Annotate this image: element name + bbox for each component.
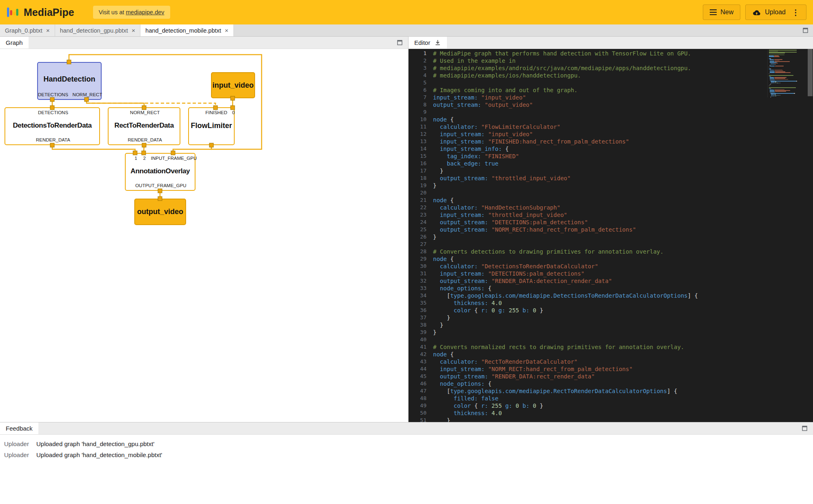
close-tab-icon[interactable]: ×	[132, 27, 136, 33]
code-line[interactable]: 49 color { r: 255 g: 0 b: 0 }	[409, 402, 762, 409]
code-line[interactable]: 4# mediapipie/examples/ios/handdetection…	[409, 72, 762, 79]
expand-graph-icon[interactable]	[397, 40, 402, 45]
node-title: input_video	[212, 81, 253, 90]
code-line[interactable]: 34 [type.googleapis.com/mediapipe.Detect…	[409, 292, 762, 299]
code-line[interactable]: 20	[409, 189, 762, 197]
code-line[interactable]: 16 back_edge: true	[409, 160, 762, 167]
graph-node-annotation-overlay[interactable]: 1 2 INPUT_FRAME_GPU AnnotationOverlay OU…	[125, 153, 195, 191]
code-editor[interactable]: 1# MediaPipe graph that performs hand de…	[409, 49, 813, 422]
code-line[interactable]: 1# MediaPipe graph that performs hand de…	[409, 50, 762, 57]
expand-feedback-icon[interactable]	[802, 426, 807, 431]
code-line[interactable]: 15 tag_index: "FINISHED"	[409, 153, 762, 160]
code-line[interactable]: 29node {	[409, 255, 762, 263]
tab-graph-0[interactable]: Graph_0.pbtxt ×	[0, 24, 55, 36]
graph-panel-header: Graph	[0, 37, 408, 49]
code-line[interactable]: 37 }	[409, 314, 762, 321]
port-label: DETECTIONS	[38, 92, 68, 97]
code-line[interactable]: 11 calculator: "FlowLimiterCalculator"	[409, 123, 762, 130]
graph-node-input-video[interactable]: input_video	[211, 72, 255, 98]
code-line[interactable]: 45 output_stream: "RENDER_DATA:rect_rend…	[409, 373, 762, 380]
graph-ports	[0, 49, 408, 422]
port-label: 2	[143, 156, 146, 161]
node-title: FlowLimiter	[189, 122, 234, 130]
graph-node-flowlimiter[interactable]: FINISHED 0 FlowLimiter	[188, 107, 235, 145]
tab-label: hand_detection_mobile.pbtxt	[145, 27, 221, 34]
graph-node-detections-to-render-data[interactable]: DETECTIONS DetectionsToRenderData RENDER…	[4, 107, 100, 145]
code-line[interactable]: 44 input_stream: "NORM_RECT:hand_rect_fr…	[409, 365, 762, 373]
code-line[interactable]: 14 input_stream_info: {	[409, 145, 762, 153]
code-line[interactable]: 9	[409, 108, 762, 116]
code-line[interactable]: 39}	[409, 329, 762, 336]
code-line[interactable]: 21node {	[409, 197, 762, 204]
port-label: FINISHED	[205, 110, 227, 115]
code-line[interactable]: 26}	[409, 233, 762, 241]
code-line[interactable]: 48 filled: false	[409, 395, 762, 402]
maximize-editor-icon[interactable]	[803, 28, 808, 33]
code-line[interactable]: 47 [type.googleapis.com/mediapipe.RectTo…	[409, 387, 762, 395]
code-line[interactable]: 38 }	[409, 321, 762, 329]
graph-panel: Graph	[0, 37, 408, 422]
code-line[interactable]: 43 calculator: "RectToRenderDataCalculat…	[409, 358, 762, 365]
code-line[interactable]: 50 thickness: 4.0	[409, 409, 762, 417]
node-title: output_video	[137, 208, 183, 216]
code-line[interactable]: 24 output_stream: "DETECTIONS:palm_detec…	[409, 219, 762, 226]
code-line[interactable]: 19}	[409, 182, 762, 189]
port-label: RENDER_DATA	[36, 137, 70, 142]
graph-node-handdetection[interactable]: HandDetection DETECTIONS NORM_RECT	[37, 62, 102, 100]
graph-canvas[interactable]: HandDetection DETECTIONS NORM_RECT input…	[0, 49, 408, 422]
close-tab-icon[interactable]: ×	[46, 27, 50, 33]
code-line[interactable]: 5	[409, 79, 762, 86]
code-line[interactable]: 10node {	[409, 116, 762, 123]
code-line[interactable]: 25 output_stream: "NORM_RECT:hand_rect_f…	[409, 226, 762, 233]
visit-chip: Visit us at mediapipe.dev	[93, 6, 170, 19]
tab-graph-panel[interactable]: Graph	[0, 37, 29, 49]
editor-scrollbar[interactable]	[807, 49, 813, 422]
code-line[interactable]: 36 color { r: 0 g: 255 b: 0 }	[409, 307, 762, 314]
mediapipe-dev-link[interactable]: mediapipe.dev	[126, 9, 164, 15]
upload-button[interactable]: Upload ⋮	[745, 4, 806, 20]
code-line[interactable]: 7input_stream: "input_video"	[409, 94, 762, 101]
code-line[interactable]: 2# Used in the example in	[409, 57, 762, 64]
code-line[interactable]: 27	[409, 241, 762, 248]
code-line[interactable]: 30 calculator: "DetectionsToRenderDataCa…	[409, 263, 762, 270]
editor-minimap[interactable]	[767, 50, 807, 97]
close-tab-icon[interactable]: ×	[225, 27, 229, 33]
port-label: 1	[135, 156, 137, 161]
tab-hand-detection-mobile[interactable]: hand_detection_mobile.pbtxt ×	[140, 24, 233, 36]
code-line[interactable]: 17 }	[409, 167, 762, 175]
scrollbar-thumb[interactable]	[808, 49, 813, 96]
feedback-panel-header: Feedback	[0, 422, 813, 435]
code-line[interactable]: 8output_stream: "output_video"	[409, 101, 762, 108]
editor-panel-title: Editor	[414, 39, 430, 46]
code-line[interactable]: 13 input_stream: "FINISHED:hand_rect_fro…	[409, 138, 762, 145]
code-line[interactable]: 18 output_stream: "throttled_input_video…	[409, 175, 762, 182]
code-line[interactable]: 40	[409, 336, 762, 343]
code-line[interactable]: 23 input_stream: "throttled_input_video"	[409, 211, 762, 219]
code-line[interactable]: 32 output_stream: "RENDER_DATA:detection…	[409, 277, 762, 285]
code-line[interactable]: 51 }	[409, 417, 762, 422]
code-line[interactable]: 28# Converts detections to drawing primi…	[409, 248, 762, 255]
log-source: Uploader	[4, 451, 36, 458]
code-line[interactable]: 35 thickness: 4.0	[409, 299, 762, 307]
graph-panel-title: Graph	[6, 39, 23, 46]
tab-editor-panel[interactable]: Editor	[409, 37, 447, 49]
new-button-label: New	[720, 9, 733, 16]
graph-node-output-video[interactable]: output_video	[134, 199, 186, 225]
tab-hand-detection-gpu[interactable]: hand_detection_gpu.pbtxt ×	[55, 24, 141, 36]
code-line[interactable]: 31 input_stream: "DETECTIONS:palm_detect…	[409, 270, 762, 277]
download-icon[interactable]	[434, 39, 441, 46]
code-line[interactable]: 22 calculator: "HandDetectionSubgraph"	[409, 204, 762, 211]
code-line[interactable]: 33 node_options: {	[409, 285, 762, 292]
file-tabbar: Graph_0.pbtxt × hand_detection_gpu.pbtxt…	[0, 24, 813, 37]
kebab-menu-icon[interactable]: ⋮	[792, 9, 800, 16]
code-line[interactable]: 3# mediapipie/examples/android/src/java/…	[409, 64, 762, 72]
tab-feedback-panel[interactable]: Feedback	[0, 422, 38, 434]
graph-node-rect-to-render-data[interactable]: NORM_RECT RectToRenderData RENDER_DATA	[108, 107, 180, 145]
code-line[interactable]: 41# Converts normalized rects to drawing…	[409, 343, 762, 351]
code-line[interactable]: 42node {	[409, 351, 762, 358]
code-line[interactable]: 12 input_stream: "input_video"	[409, 130, 762, 138]
new-button[interactable]: New	[703, 4, 740, 20]
code-line[interactable]: 6# Images coming into and out of the gra…	[409, 86, 762, 94]
graph-edges	[0, 49, 408, 422]
code-line[interactable]: 46 node_options: {	[409, 380, 762, 387]
